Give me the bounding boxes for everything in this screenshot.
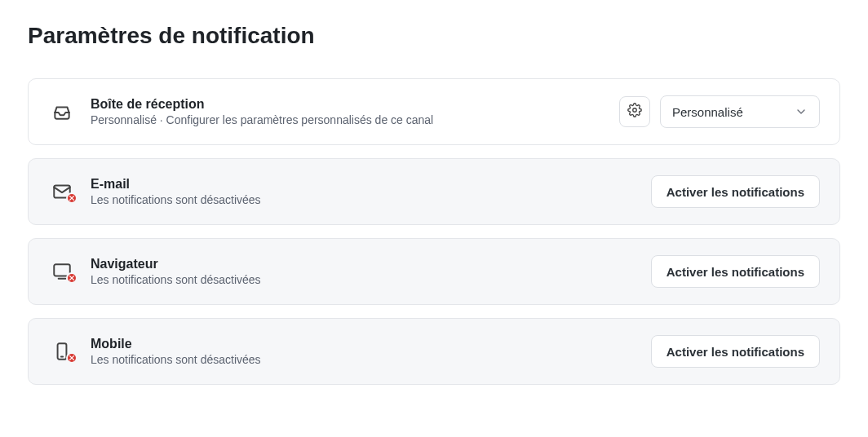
channel-browser: Navigateur Les notifications sont désact… xyxy=(28,238,840,305)
channel-browser-sub: Les notifications sont désactivées xyxy=(91,273,636,286)
inbox-mode-select[interactable]: Personnalisé xyxy=(660,95,820,128)
email-icon xyxy=(48,181,76,202)
browser-icon xyxy=(48,261,76,282)
enable-mobile-button[interactable]: Activer les notifications xyxy=(651,335,820,368)
mobile-icon xyxy=(48,341,76,362)
svg-point-0 xyxy=(633,108,637,113)
inbox-icon xyxy=(48,101,76,122)
channel-email-sub: Les notifications sont désactivées xyxy=(91,193,636,206)
channel-inbox-title: Boîte de réception xyxy=(91,97,604,112)
chevron-down-icon xyxy=(795,105,808,118)
disabled-badge-icon xyxy=(66,192,78,204)
page-title: Paramètres de notification xyxy=(28,23,840,49)
channel-mobile-title: Mobile xyxy=(91,337,636,351)
channel-email-title: E-mail xyxy=(91,177,636,192)
channel-inbox-sub: Personnalisé · Configurer les paramètres… xyxy=(91,113,604,126)
disabled-badge-icon xyxy=(66,272,78,284)
channel-mobile-sub: Les notifications sont désactivées xyxy=(91,353,636,366)
channel-mobile: Mobile Les notifications sont désactivée… xyxy=(28,318,840,385)
inbox-mode-value: Personnalisé xyxy=(672,105,743,119)
disabled-badge-icon xyxy=(66,352,78,364)
channel-browser-title: Navigateur xyxy=(91,257,636,271)
enable-email-button[interactable]: Activer les notifications xyxy=(651,175,820,208)
gear-icon xyxy=(627,103,642,121)
settings-button[interactable] xyxy=(619,96,650,127)
channel-email: E-mail Les notifications sont désactivée… xyxy=(28,158,840,225)
enable-browser-button[interactable]: Activer les notifications xyxy=(651,255,820,288)
channel-inbox: Boîte de réception Personnalisé · Config… xyxy=(28,78,840,145)
